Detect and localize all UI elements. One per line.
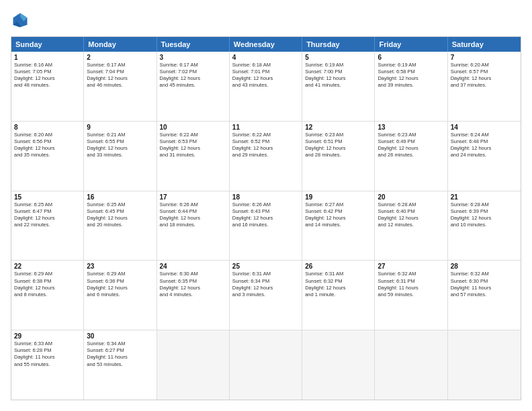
calendar-header: SundayMondayTuesdayWednesdayThursdayFrid… <box>11 37 521 52</box>
day-number: 7 <box>451 54 518 61</box>
day-number: 26 <box>305 263 371 270</box>
day-info: Sunrise: 6:27 AMSunset: 6:42 PMDaylight:… <box>305 201 371 229</box>
day-number: 5 <box>305 54 371 61</box>
day-number: 9 <box>87 124 153 131</box>
day-info: Sunrise: 6:33 AMSunset: 6:28 PMDaylight:… <box>14 340 81 368</box>
day-info: Sunrise: 6:24 AMSunset: 6:48 PMDaylight:… <box>451 132 518 159</box>
logo <box>11 11 32 30</box>
day-cell-17: 17Sunrise: 6:26 AMSunset: 6:44 PMDayligh… <box>157 191 230 261</box>
day-info: Sunrise: 6:29 AMSunset: 6:38 PMDaylight:… <box>14 271 81 298</box>
day-info: Sunrise: 6:21 AMSunset: 6:55 PMDaylight:… <box>87 132 153 159</box>
logo-icon <box>11 11 30 30</box>
empty-cell <box>375 330 447 400</box>
day-cell-19: 19Sunrise: 6:27 AMSunset: 6:42 PMDayligh… <box>302 191 375 261</box>
day-cell-27: 27Sunrise: 6:32 AMSunset: 6:31 PMDayligh… <box>375 261 447 330</box>
day-cell-1: 1Sunrise: 6:16 AMSunset: 7:05 PMDaylight… <box>11 52 84 121</box>
day-cell-10: 10Sunrise: 6:22 AMSunset: 6:53 PMDayligh… <box>157 122 230 191</box>
day-cell-29: 29Sunrise: 6:33 AMSunset: 6:28 PMDayligh… <box>11 330 84 400</box>
day-info: Sunrise: 6:31 AMSunset: 6:32 PMDaylight:… <box>305 271 371 298</box>
day-number: 10 <box>160 124 226 131</box>
day-number: 20 <box>378 193 444 201</box>
day-cell-13: 13Sunrise: 6:23 AMSunset: 6:49 PMDayligh… <box>375 122 447 191</box>
page: SundayMondayTuesdayWednesdayThursdayFrid… <box>0 0 532 411</box>
calendar-row-5: 29Sunrise: 6:33 AMSunset: 6:28 PMDayligh… <box>11 330 521 400</box>
day-number: 27 <box>378 263 444 270</box>
day-number: 24 <box>160 263 226 270</box>
day-cell-3: 3Sunrise: 6:17 AMSunset: 7:02 PMDaylight… <box>157 52 230 121</box>
header-day-monday: Monday <box>84 37 157 52</box>
day-info: Sunrise: 6:28 AMSunset: 6:39 PMDaylight:… <box>451 201 518 229</box>
calendar-row-1: 1Sunrise: 6:16 AMSunset: 7:05 PMDaylight… <box>11 52 521 122</box>
day-number: 17 <box>160 193 226 201</box>
day-cell-30: 30Sunrise: 6:34 AMSunset: 6:27 PMDayligh… <box>84 330 157 400</box>
header-day-wednesday: Wednesday <box>230 37 302 52</box>
day-cell-2: 2Sunrise: 6:17 AMSunset: 7:04 PMDaylight… <box>84 52 157 121</box>
day-number: 29 <box>14 332 81 340</box>
day-info: Sunrise: 6:30 AMSunset: 6:35 PMDaylight:… <box>160 271 226 298</box>
day-cell-24: 24Sunrise: 6:30 AMSunset: 6:35 PMDayligh… <box>157 261 230 330</box>
day-number: 21 <box>451 193 518 201</box>
header-day-saturday: Saturday <box>448 37 521 52</box>
day-info: Sunrise: 6:28 AMSunset: 6:40 PMDaylight:… <box>378 201 444 229</box>
day-cell-7: 7Sunrise: 6:20 AMSunset: 6:57 PMDaylight… <box>448 52 521 121</box>
header-day-tuesday: Tuesday <box>157 37 230 52</box>
day-number: 4 <box>232 54 299 61</box>
header <box>11 11 521 30</box>
day-number: 28 <box>451 263 518 270</box>
day-cell-21: 21Sunrise: 6:28 AMSunset: 6:39 PMDayligh… <box>448 191 521 261</box>
day-info: Sunrise: 6:17 AMSunset: 7:04 PMDaylight:… <box>87 62 153 89</box>
day-info: Sunrise: 6:34 AMSunset: 6:27 PMDaylight:… <box>87 340 153 368</box>
day-cell-8: 8Sunrise: 6:20 AMSunset: 6:56 PMDaylight… <box>11 122 84 191</box>
day-info: Sunrise: 6:19 AMSunset: 7:00 PMDaylight:… <box>305 62 371 89</box>
day-info: Sunrise: 6:25 AMSunset: 6:45 PMDaylight:… <box>87 201 153 229</box>
day-number: 23 <box>87 263 153 270</box>
calendar-row-4: 22Sunrise: 6:29 AMSunset: 6:38 PMDayligh… <box>11 261 521 330</box>
day-number: 25 <box>232 263 299 270</box>
calendar-row-2: 8Sunrise: 6:20 AMSunset: 6:56 PMDaylight… <box>11 122 521 191</box>
day-number: 30 <box>87 332 153 340</box>
header-day-thursday: Thursday <box>302 37 375 52</box>
day-cell-26: 26Sunrise: 6:31 AMSunset: 6:32 PMDayligh… <box>302 261 375 330</box>
day-cell-25: 25Sunrise: 6:31 AMSunset: 6:34 PMDayligh… <box>230 261 302 330</box>
day-number: 16 <box>87 193 153 201</box>
empty-cell <box>157 330 230 400</box>
day-info: Sunrise: 6:26 AMSunset: 6:44 PMDaylight:… <box>160 201 226 229</box>
day-info: Sunrise: 6:20 AMSunset: 6:56 PMDaylight:… <box>14 132 81 159</box>
day-info: Sunrise: 6:29 AMSunset: 6:36 PMDaylight:… <box>87 271 153 298</box>
day-number: 11 <box>232 124 299 131</box>
day-info: Sunrise: 6:18 AMSunset: 7:01 PMDaylight:… <box>232 62 299 89</box>
day-cell-23: 23Sunrise: 6:29 AMSunset: 6:36 PMDayligh… <box>84 261 157 330</box>
day-number: 6 <box>378 54 444 61</box>
day-cell-6: 6Sunrise: 6:19 AMSunset: 6:58 PMDaylight… <box>375 52 447 121</box>
header-day-friday: Friday <box>375 37 447 52</box>
day-cell-5: 5Sunrise: 6:19 AMSunset: 7:00 PMDaylight… <box>302 52 375 121</box>
day-info: Sunrise: 6:17 AMSunset: 7:02 PMDaylight:… <box>160 62 226 89</box>
day-number: 15 <box>14 193 81 201</box>
day-cell-20: 20Sunrise: 6:28 AMSunset: 6:40 PMDayligh… <box>375 191 447 261</box>
calendar: SundayMondayTuesdayWednesdayThursdayFrid… <box>11 36 521 400</box>
calendar-row-3: 15Sunrise: 6:25 AMSunset: 6:47 PMDayligh… <box>11 191 521 261</box>
day-info: Sunrise: 6:23 AMSunset: 6:49 PMDaylight:… <box>378 132 444 159</box>
day-cell-28: 28Sunrise: 6:32 AMSunset: 6:30 PMDayligh… <box>448 261 521 330</box>
day-number: 19 <box>305 193 371 201</box>
day-number: 1 <box>14 54 81 61</box>
day-cell-16: 16Sunrise: 6:25 AMSunset: 6:45 PMDayligh… <box>84 191 157 261</box>
day-cell-18: 18Sunrise: 6:26 AMSunset: 6:43 PMDayligh… <box>230 191 302 261</box>
day-cell-12: 12Sunrise: 6:23 AMSunset: 6:51 PMDayligh… <box>302 122 375 191</box>
day-number: 14 <box>451 124 518 131</box>
day-cell-22: 22Sunrise: 6:29 AMSunset: 6:38 PMDayligh… <box>11 261 84 330</box>
day-number: 3 <box>160 54 226 61</box>
day-number: 13 <box>378 124 444 131</box>
day-cell-14: 14Sunrise: 6:24 AMSunset: 6:48 PMDayligh… <box>448 122 521 191</box>
empty-cell <box>448 330 521 400</box>
day-info: Sunrise: 6:22 AMSunset: 6:53 PMDaylight:… <box>160 132 226 159</box>
calendar-body: 1Sunrise: 6:16 AMSunset: 7:05 PMDaylight… <box>11 52 521 400</box>
empty-cell <box>302 330 375 400</box>
day-cell-15: 15Sunrise: 6:25 AMSunset: 6:47 PMDayligh… <box>11 191 84 261</box>
day-number: 22 <box>14 263 81 270</box>
day-info: Sunrise: 6:25 AMSunset: 6:47 PMDaylight:… <box>14 201 81 229</box>
day-info: Sunrise: 6:32 AMSunset: 6:31 PMDaylight:… <box>378 271 444 298</box>
day-info: Sunrise: 6:16 AMSunset: 7:05 PMDaylight:… <box>14 62 81 89</box>
day-info: Sunrise: 6:31 AMSunset: 6:34 PMDaylight:… <box>232 271 299 298</box>
day-cell-11: 11Sunrise: 6:22 AMSunset: 6:52 PMDayligh… <box>230 122 302 191</box>
